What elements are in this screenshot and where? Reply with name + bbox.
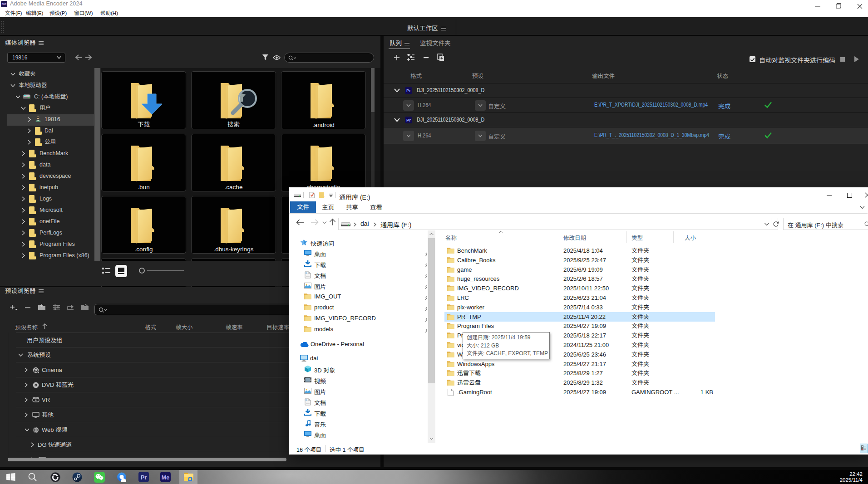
svg-text:Pr: Pr [141,474,147,481]
svg-text:Me: Me [162,474,169,481]
